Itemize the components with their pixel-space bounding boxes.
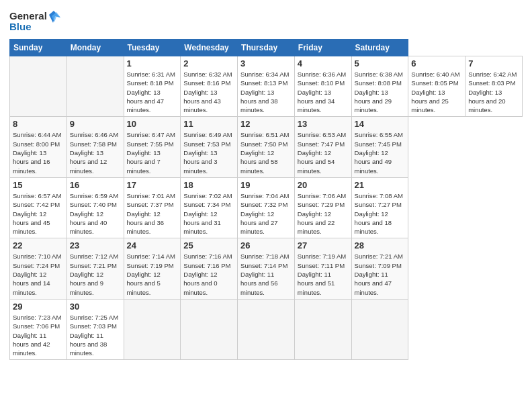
calendar-week-row: 8Sunrise: 6:44 AMSunset: 8:00 PMDaylight… [10, 117, 523, 177]
calendar-cell: 16Sunrise: 6:59 AMSunset: 7:40 PMDayligh… [66, 177, 124, 238]
day-info: Sunrise: 6:55 AMSunset: 7:45 PMDaylight:… [355, 130, 406, 175]
header: General Blue [9, 8, 523, 34]
svg-text:Blue: Blue [9, 21, 32, 32]
calendar-cell: 22Sunrise: 7:10 AMSunset: 7:24 PMDayligh… [10, 238, 67, 299]
calendar-cell [124, 299, 181, 359]
calendar-cell: 9Sunrise: 6:46 AMSunset: 7:58 PMDaylight… [66, 117, 124, 177]
calendar-cell: 19Sunrise: 7:04 AMSunset: 7:32 PMDayligh… [238, 177, 295, 238]
day-info: Sunrise: 7:08 AMSunset: 7:27 PMDaylight:… [355, 191, 406, 236]
day-number: 14 [355, 119, 406, 129]
weekday-header: Monday [66, 40, 124, 56]
calendar-cell [66, 56, 124, 117]
weekday-header: Tuesday [124, 40, 181, 56]
day-number: 8 [13, 119, 64, 129]
calendar-cell [181, 299, 238, 359]
day-number: 29 [13, 302, 64, 312]
calendar-cell: 29Sunrise: 7:23 AMSunset: 7:06 PMDayligh… [10, 299, 67, 359]
day-number: 4 [298, 58, 349, 68]
day-info: Sunrise: 6:38 AMSunset: 8:08 PMDaylight:… [355, 70, 406, 114]
day-info: Sunrise: 6:51 AMSunset: 7:50 PMDaylight:… [240, 130, 292, 175]
calendar-cell [238, 299, 295, 359]
day-info: Sunrise: 6:42 AMSunset: 8:03 PMDaylight:… [468, 70, 519, 114]
calendar-cell: 3Sunrise: 6:34 AMSunset: 8:13 PMDaylight… [238, 56, 295, 117]
calendar-cell: 17Sunrise: 7:01 AMSunset: 7:37 PMDayligh… [124, 177, 181, 238]
weekday-header: Thursday [238, 40, 295, 56]
day-info: Sunrise: 6:44 AMSunset: 8:00 PMDaylight:… [13, 130, 64, 175]
calendar-cell: 25Sunrise: 7:16 AMSunset: 7:16 PMDayligh… [181, 238, 238, 299]
day-number: 22 [13, 240, 64, 250]
calendar-cell: 7Sunrise: 6:42 AMSunset: 8:03 PMDaylight… [466, 56, 523, 117]
day-number: 16 [70, 180, 121, 190]
day-number: 2 [183, 58, 234, 68]
day-info: Sunrise: 6:32 AMSunset: 8:16 PMDaylight:… [183, 70, 234, 114]
day-number: 9 [70, 119, 121, 129]
day-info: Sunrise: 7:02 AMSunset: 7:34 PMDaylight:… [183, 191, 234, 236]
calendar-cell: 14Sunrise: 6:55 AMSunset: 7:45 PMDayligh… [351, 117, 408, 177]
day-number: 11 [183, 119, 234, 129]
day-info: Sunrise: 6:47 AMSunset: 7:55 PMDaylight:… [127, 130, 178, 175]
calendar-cell [10, 56, 67, 117]
calendar-week-row: 1Sunrise: 6:31 AMSunset: 8:18 PMDaylight… [10, 56, 523, 117]
calendar-cell: 24Sunrise: 7:14 AMSunset: 7:19 PMDayligh… [124, 238, 181, 299]
day-info: Sunrise: 6:36 AMSunset: 8:10 PMDaylight:… [298, 70, 349, 114]
day-number: 5 [355, 58, 406, 68]
day-number: 28 [355, 240, 406, 250]
day-info: Sunrise: 7:16 AMSunset: 7:16 PMDaylight:… [183, 252, 234, 296]
day-number: 15 [13, 180, 64, 190]
day-info: Sunrise: 7:10 AMSunset: 7:24 PMDaylight:… [13, 252, 64, 296]
calendar-week-row: 22Sunrise: 7:10 AMSunset: 7:24 PMDayligh… [10, 238, 523, 299]
weekday-header-row: SundayMondayTuesdayWednesdayThursdayFrid… [10, 40, 523, 56]
calendar-table: SundayMondayTuesdayWednesdayThursdayFrid… [9, 39, 523, 360]
day-number: 17 [127, 180, 178, 190]
calendar-cell: 28Sunrise: 7:21 AMSunset: 7:09 PMDayligh… [351, 238, 408, 299]
day-number: 30 [70, 302, 121, 312]
calendar-cell: 26Sunrise: 7:18 AMSunset: 7:14 PMDayligh… [238, 238, 295, 299]
calendar-cell: 10Sunrise: 6:47 AMSunset: 7:55 PMDayligh… [124, 117, 181, 177]
day-number: 12 [240, 119, 292, 129]
calendar-cell: 18Sunrise: 7:02 AMSunset: 7:34 PMDayligh… [181, 177, 238, 238]
calendar-cell: 2Sunrise: 6:32 AMSunset: 8:16 PMDaylight… [181, 56, 238, 117]
day-number: 20 [298, 180, 349, 190]
day-info: Sunrise: 6:34 AMSunset: 8:13 PMDaylight:… [240, 70, 292, 114]
day-number: 7 [468, 58, 519, 68]
day-number: 21 [355, 180, 406, 190]
calendar-cell: 12Sunrise: 6:51 AMSunset: 7:50 PMDayligh… [238, 117, 295, 177]
weekday-header: Saturday [351, 40, 408, 56]
day-info: Sunrise: 6:46 AMSunset: 7:58 PMDaylight:… [70, 130, 121, 175]
day-number: 10 [127, 119, 178, 129]
calendar-cell: 30Sunrise: 7:25 AMSunset: 7:03 PMDayligh… [66, 299, 124, 359]
calendar-cell: 5Sunrise: 6:38 AMSunset: 8:08 PMDaylight… [351, 56, 408, 117]
day-number: 1 [127, 58, 178, 68]
page: General Blue SundayMondayTuesdayWednesda… [0, 0, 532, 411]
day-info: Sunrise: 7:18 AMSunset: 7:14 PMDaylight:… [240, 252, 292, 296]
calendar-cell [351, 299, 408, 359]
svg-text:General: General [9, 10, 47, 21]
weekday-header: Sunday [10, 40, 67, 56]
weekday-header: Wednesday [181, 40, 238, 56]
calendar-cell: 6Sunrise: 6:40 AMSunset: 8:05 PMDaylight… [408, 56, 466, 117]
logo: General Blue [9, 8, 63, 34]
calendar-cell: 15Sunrise: 6:57 AMSunset: 7:42 PMDayligh… [10, 177, 67, 238]
weekday-header: Friday [294, 40, 351, 56]
calendar-cell: 23Sunrise: 7:12 AMSunset: 7:21 PMDayligh… [66, 238, 124, 299]
calendar-week-row: 15Sunrise: 6:57 AMSunset: 7:42 PMDayligh… [10, 177, 523, 238]
day-info: Sunrise: 7:19 AMSunset: 7:11 PMDaylight:… [298, 252, 349, 296]
day-info: Sunrise: 6:31 AMSunset: 8:18 PMDaylight:… [127, 70, 178, 114]
calendar-cell: 8Sunrise: 6:44 AMSunset: 8:00 PMDaylight… [10, 117, 67, 177]
day-number: 18 [183, 180, 234, 190]
day-info: Sunrise: 7:12 AMSunset: 7:21 PMDaylight:… [70, 252, 121, 296]
day-info: Sunrise: 7:21 AMSunset: 7:09 PMDaylight:… [355, 252, 406, 296]
calendar-cell [294, 299, 351, 359]
calendar-cell: 1Sunrise: 6:31 AMSunset: 8:18 PMDaylight… [124, 56, 181, 117]
day-info: Sunrise: 6:49 AMSunset: 7:53 PMDaylight:… [183, 130, 234, 175]
day-info: Sunrise: 7:04 AMSunset: 7:32 PMDaylight:… [240, 191, 292, 236]
day-number: 24 [127, 240, 178, 250]
logo-svg: General Blue [9, 8, 63, 34]
calendar-week-row: 29Sunrise: 7:23 AMSunset: 7:06 PMDayligh… [10, 299, 523, 359]
calendar-cell: 20Sunrise: 7:06 AMSunset: 7:29 PMDayligh… [294, 177, 351, 238]
day-number: 13 [298, 119, 349, 129]
day-number: 6 [411, 58, 462, 68]
day-number: 23 [70, 240, 121, 250]
day-number: 27 [298, 240, 349, 250]
day-info: Sunrise: 7:23 AMSunset: 7:06 PMDaylight:… [13, 313, 64, 357]
